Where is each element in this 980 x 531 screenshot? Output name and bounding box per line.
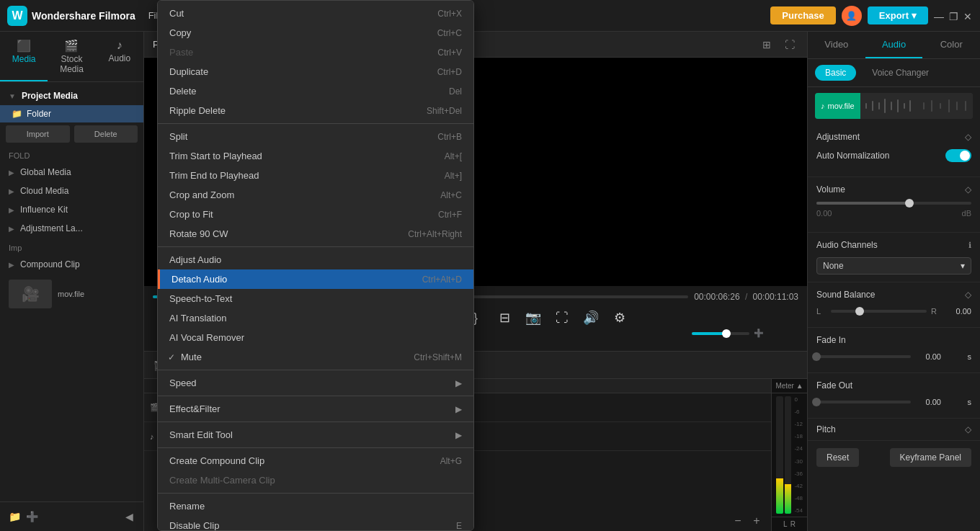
- keyframe-button[interactable]: Keyframe Panel: [890, 448, 971, 467]
- ctx-trim-end[interactable]: Trim End to Playhead Alt+]: [158, 166, 473, 185]
- fullscreen-player-button[interactable]: ⛶: [552, 308, 572, 328]
- collapse-icon[interactable]: ◀: [120, 508, 138, 525]
- sidebar-item-folder[interactable]: 📁 Folder: [0, 105, 143, 122]
- fade-in-track[interactable]: [816, 355, 911, 358]
- close-button[interactable]: ✕: [963, 11, 973, 21]
- add-folder-icon[interactable]: 📁: [6, 508, 23, 525]
- ctx-speech-text[interactable]: Speech-to-Text: [158, 289, 473, 308]
- meter-label[interactable]: Meter ▲: [772, 379, 807, 393]
- volume-slider[interactable]: [692, 332, 749, 335]
- zoom-in-button[interactable]: +: [749, 514, 764, 528]
- grid-view-icon[interactable]: ⊞: [758, 36, 775, 53]
- time-sep: /: [745, 292, 747, 302]
- fade-in-thumb[interactable]: [812, 352, 821, 361]
- expand-arrow-influence: ▶: [9, 206, 14, 214]
- export-button[interactable]: Export ▾: [868, 6, 928, 24]
- ctx-create-compound[interactable]: Create Compound Clip Alt+G: [158, 451, 473, 470]
- lr-slider-track[interactable]: [831, 310, 927, 313]
- ctx-cz-shortcut: Alt+C: [440, 190, 462, 200]
- speaker-button[interactable]: 🔊: [581, 308, 601, 328]
- ctx-adjust-audio[interactable]: Adjust Audio: [158, 250, 473, 269]
- volume-slider-track[interactable]: [816, 202, 971, 205]
- smart-edit-arrow: ▶: [455, 430, 462, 440]
- fullscreen-icon[interactable]: ⛶: [781, 36, 798, 53]
- delete-folder-button[interactable]: Delete: [74, 125, 138, 143]
- ctx-cz-label: Crop and Zoom: [169, 189, 234, 200]
- zoom-out-button[interactable]: −: [731, 514, 745, 528]
- sidebar-item-project-media[interactable]: ▼ Project Media: [0, 86, 143, 105]
- reset-button[interactable]: Reset: [816, 448, 859, 467]
- ctx-effect-filter[interactable]: Effect&Filter ▶: [158, 399, 473, 419]
- ctx-delete[interactable]: Delete Del: [158, 81, 473, 101]
- panel-tab-audio[interactable]: Audio: [865, 32, 923, 58]
- imp-label: Imp: [0, 241, 143, 255]
- adjustment-diamond[interactable]: ◇: [965, 132, 971, 142]
- fade-out-track[interactable]: [816, 401, 911, 403]
- ctx-smart-edit[interactable]: Smart Edit Tool ▶: [158, 425, 473, 445]
- ctx-del-label: Delete: [169, 86, 197, 97]
- media-icon: ⬛: [17, 39, 31, 53]
- panel-subtab-voice-changer[interactable]: Voice Changer: [862, 65, 939, 81]
- media-tabs: ⬛ Media 🎬 Stock Media ♪ Audio: [0, 32, 143, 82]
- split-button[interactable]: ⊟: [494, 308, 514, 328]
- sidebar-item-cloud-media[interactable]: ▶ Cloud Media: [0, 182, 143, 200]
- ctx-stt-label: Speech-to-Text: [169, 293, 232, 304]
- tab-stock-media[interactable]: 🎬 Stock Media: [48, 32, 95, 81]
- audio-icon: ♪: [117, 39, 122, 52]
- vu-meter: Meter ▲ 0 -6 -12: [771, 379, 807, 531]
- pitch-diamond[interactable]: ◇: [965, 424, 971, 434]
- tab-audio[interactable]: ♪ Audio: [96, 32, 143, 81]
- tab-audio-label: Audio: [108, 53, 130, 63]
- panel-tab-video[interactable]: Video: [808, 32, 865, 58]
- ctx-crop-fit[interactable]: Crop to Fit Ctrl+F: [158, 205, 473, 224]
- ctx-rename[interactable]: Rename: [158, 496, 473, 516]
- ctx-rotate[interactable]: Rotate 90 CW Ctrl+Alt+Right: [158, 224, 473, 244]
- audio-channels-select[interactable]: None ▾: [816, 257, 971, 275]
- panel-subtab-basic[interactable]: Basic: [815, 65, 856, 81]
- import-button[interactable]: Import: [6, 125, 70, 143]
- ctx-cut-shortcut: Ctrl+X: [437, 9, 462, 19]
- ctx-disable-clip[interactable]: Disable Clip E: [158, 516, 473, 531]
- media-item[interactable]: 🎥 mov.file: [9, 280, 135, 308]
- ctx-sep4: [158, 396, 473, 396]
- ctx-crop-zoom[interactable]: Crop and Zoom Alt+C: [158, 185, 473, 205]
- sound-balance-diamond[interactable]: ◇: [965, 290, 971, 300]
- ctx-ai-translation[interactable]: AI Translation: [158, 308, 473, 328]
- expand-arrow: ▼: [9, 92, 16, 100]
- adjustment-label: Adjustment: [816, 132, 860, 142]
- ctx-ripple-delete[interactable]: Ripple Delete Shift+Del: [158, 101, 473, 120]
- sidebar-item-influence-kit[interactable]: ▶ Influence Kit: [0, 200, 143, 219]
- ctx-split[interactable]: Split Ctrl+B: [158, 127, 473, 146]
- ctx-detach-audio[interactable]: Detach Audio Ctrl+Alt+D: [158, 269, 473, 289]
- sidebar-item-global-media[interactable]: ▶ Global Media: [0, 163, 143, 182]
- auto-norm-toggle[interactable]: [945, 149, 971, 162]
- fade-out-header-row: Fade Out: [816, 380, 971, 391]
- maximize-button[interactable]: ❐: [948, 11, 958, 21]
- tab-media[interactable]: ⬛ Media: [0, 32, 48, 81]
- lr-labels: L R: [772, 517, 807, 531]
- snapshot-button[interactable]: 📷: [523, 308, 543, 328]
- ctx-cut[interactable]: Cut Ctrl+X: [158, 4, 473, 23]
- minimize-button[interactable]: —: [934, 11, 944, 21]
- volume-slider-thumb[interactable]: [905, 199, 914, 208]
- volume-diamond[interactable]: ◇: [965, 184, 971, 195]
- panel-tab-color[interactable]: Color: [922, 32, 980, 58]
- add-volume-icon[interactable]: ➕: [754, 329, 764, 338]
- lr-slider-thumb[interactable]: [855, 307, 864, 316]
- add-item-icon[interactable]: ➕: [23, 508, 40, 525]
- settings-button[interactable]: ⚙: [610, 308, 630, 328]
- vu-scale: 0 -6 -12 -18 -24 -30 -36 -42 -48 -54: [793, 396, 803, 514]
- sound-balance-label: Sound Balance: [816, 290, 875, 300]
- ctx-speed[interactable]: Speed ▶: [158, 373, 473, 393]
- fade-out-thumb[interactable]: [812, 398, 821, 406]
- ctx-paste-shortcut: Ctrl+V: [437, 48, 462, 58]
- sidebar-item-adjustment-la[interactable]: ▶ Adjustment La...: [0, 219, 143, 238]
- ctx-mute[interactable]: ✓ Mute Ctrl+Shift+M: [158, 347, 473, 367]
- sidebar-item-compound-clip[interactable]: ▶ Compound Clip: [0, 255, 143, 274]
- ctx-trim-start[interactable]: Trim Start to Playhead Alt+[: [158, 146, 473, 166]
- ctx-ai-vocal[interactable]: AI Vocal Remover: [158, 328, 473, 347]
- ctx-copy[interactable]: Copy Ctrl+C: [158, 23, 473, 43]
- ctx-duplicate[interactable]: Duplicate Ctrl+D: [158, 62, 473, 81]
- purchase-button[interactable]: Purchase: [770, 6, 836, 24]
- avatar[interactable]: 👤: [842, 6, 862, 26]
